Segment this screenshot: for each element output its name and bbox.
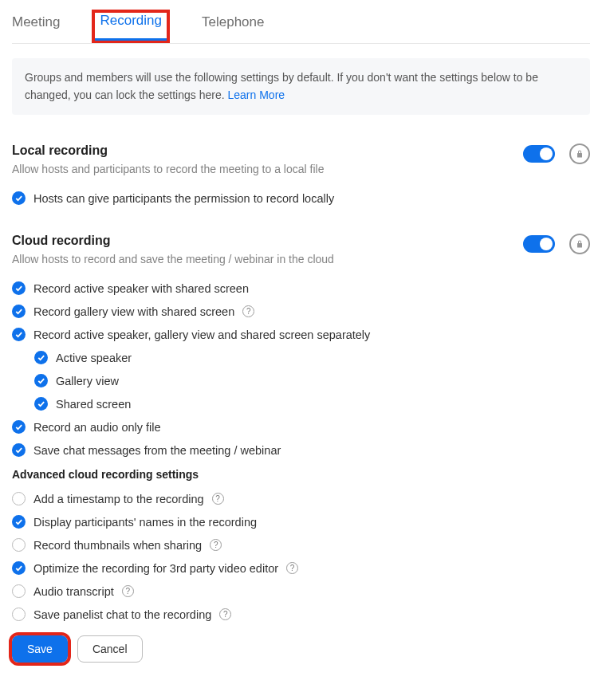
label-timestamp: Add a timestamp to the recording xyxy=(33,493,204,505)
cloud-recording-toggle[interactable] xyxy=(523,235,555,253)
checkbox-names[interactable] xyxy=(12,515,26,529)
label-optimize: Optimize the recording for 3rd party vid… xyxy=(33,562,278,575)
checkbox-optimize[interactable] xyxy=(12,561,26,575)
label-panelist-chat: Save panelist chat to the recording xyxy=(33,608,211,621)
checkbox-save-chat[interactable] xyxy=(12,443,26,457)
help-icon[interactable]: ? xyxy=(210,539,222,551)
checkbox-thumbnails[interactable] xyxy=(12,538,26,552)
checkbox-panelist-chat[interactable] xyxy=(12,608,26,621)
label-sub-gallery: Gallery view xyxy=(56,375,119,387)
cancel-button[interactable]: Cancel xyxy=(77,635,143,663)
checkbox-active-speaker-shared[interactable] xyxy=(12,281,26,295)
checkbox-sub-gallery[interactable] xyxy=(34,374,48,387)
label-sub-shared: Shared screen xyxy=(56,398,131,411)
advanced-heading: Advanced cloud recording settings xyxy=(12,468,590,481)
checkbox-sub-active-speaker[interactable] xyxy=(34,351,48,364)
help-icon[interactable]: ? xyxy=(122,585,134,597)
label-separate: Record active speaker, gallery view and … xyxy=(33,328,370,341)
section-cloud-recording: Cloud recording Allow hosts to record an… xyxy=(12,234,590,663)
cloud-recording-lock-icon[interactable] xyxy=(569,234,590,254)
label-names: Display participants' names in the recor… xyxy=(33,516,257,529)
checkbox-separate[interactable] xyxy=(12,328,26,341)
local-recording-title: Local recording xyxy=(12,144,523,158)
checkbox-gallery-shared[interactable] xyxy=(12,305,26,318)
cloud-recording-title: Cloud recording xyxy=(12,234,523,248)
label-audio-only: Record an audio only file xyxy=(33,421,161,434)
label-audio-transcript: Audio transcript xyxy=(33,585,114,598)
save-button[interactable]: Save xyxy=(12,635,68,663)
checkbox-timestamp[interactable] xyxy=(12,492,26,505)
button-row: Save Cancel xyxy=(12,635,590,663)
label-sub-active-speaker: Active speaker xyxy=(56,352,132,364)
local-recording-lock-icon[interactable] xyxy=(569,144,590,164)
settings-tabs: Meeting Recording Telephone xyxy=(12,0,590,44)
label-save-chat: Save chat messages from the meeting / we… xyxy=(33,444,281,457)
label-thumbnails: Record thumbnails when sharing xyxy=(33,539,202,552)
tab-telephone[interactable]: Telephone xyxy=(202,14,264,43)
learn-more-link[interactable]: Learn More xyxy=(228,88,285,101)
checkbox-audio-only[interactable] xyxy=(12,420,26,434)
help-icon[interactable]: ? xyxy=(212,493,224,505)
help-icon[interactable]: ? xyxy=(286,562,298,574)
help-icon[interactable]: ? xyxy=(242,305,254,317)
section-local-recording: Local recording Allow hosts and particip… xyxy=(12,144,590,205)
label-active-speaker-shared: Record active speaker with shared screen xyxy=(33,282,249,295)
label-hosts-permission: Hosts can give participants the permissi… xyxy=(33,192,334,205)
tab-recording[interactable]: Recording xyxy=(92,10,170,43)
local-recording-desc: Allow hosts and participants to record t… xyxy=(12,163,523,175)
help-icon[interactable]: ? xyxy=(219,608,231,620)
checkbox-hosts-permission[interactable] xyxy=(12,191,26,205)
cloud-recording-desc: Allow hosts to record and save the meeti… xyxy=(12,253,523,265)
label-gallery-shared: Record gallery view with shared screen xyxy=(33,305,234,318)
checkbox-audio-transcript[interactable] xyxy=(12,584,26,598)
local-recording-toggle[interactable] xyxy=(523,145,555,163)
tab-meeting[interactable]: Meeting xyxy=(12,14,60,43)
checkbox-sub-shared[interactable] xyxy=(34,397,48,411)
info-banner: Groups and members will use the followin… xyxy=(12,58,590,115)
